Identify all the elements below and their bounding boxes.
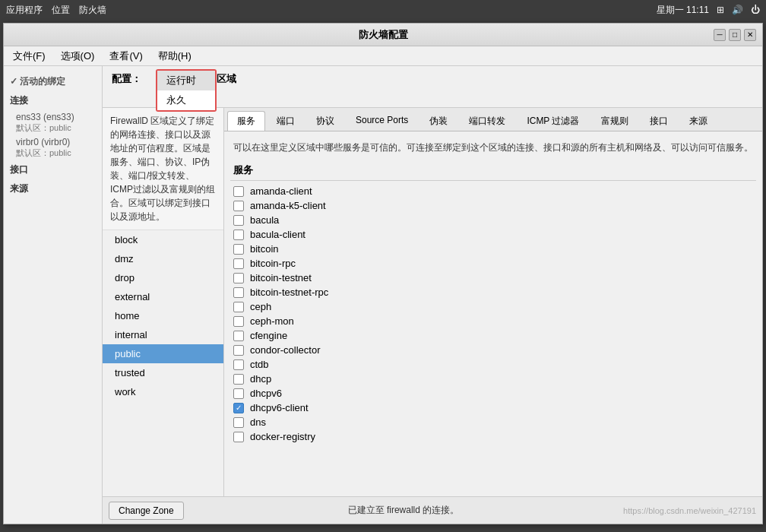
window-title: 防火墙配置 xyxy=(359,28,408,42)
service-checkbox-dns[interactable] xyxy=(233,417,244,428)
zone-description: FirewallD 区域定义了绑定的网络连接、接口以及源地址的可信程度。区域是服… xyxy=(103,108,223,230)
sidebar-connection-virbr0[interactable]: virbr0 (virbr0) 默认区：public xyxy=(4,135,102,160)
tab-services[interactable]: 服务 xyxy=(227,111,265,131)
service-checkbox-bitcoin-rpc[interactable] xyxy=(233,258,244,269)
menu-help[interactable]: 帮助(H) xyxy=(152,48,198,65)
tab-interfaces[interactable]: 接口 xyxy=(640,111,678,131)
active-binding-label[interactable]: ✓ 活动的绑定 xyxy=(4,72,102,91)
zone-external[interactable]: external xyxy=(103,287,223,306)
service-row-bacula-client: bacula-client xyxy=(230,227,756,242)
system-bar-right: 星期一 11:11 ⊞ 🔊 ⏻ xyxy=(657,4,760,17)
service-label-bacula: bacula xyxy=(250,214,279,226)
tab-masquerade[interactable]: 伪装 xyxy=(419,111,457,131)
tab-port-forward[interactable]: 端口转发 xyxy=(459,111,515,131)
service-label-dns: dns xyxy=(250,416,266,428)
service-label-docker-registry: docker-registry xyxy=(250,431,315,442)
service-row-dns: dns xyxy=(230,415,756,429)
zone-list-panel: FirewallD 区域定义了绑定的网络连接、接口以及源地址的可信程度。区域是服… xyxy=(103,108,224,496)
interface-label: 接口 xyxy=(4,160,102,179)
zone-internal[interactable]: internal xyxy=(103,325,223,344)
menu-options[interactable]: 选项(O) xyxy=(55,48,101,65)
service-checkbox-dhcpv6-client[interactable]: ✓ xyxy=(233,403,244,413)
service-checkbox-condor-collector[interactable] xyxy=(233,345,244,356)
service-row-ceph-mon: ceph-mon xyxy=(230,314,756,328)
service-row-dhcpv6-client: ✓ dhcpv6-client xyxy=(230,401,756,415)
zone-block[interactable]: block xyxy=(103,230,223,249)
services-header: 服务 xyxy=(230,160,756,181)
minimize-button[interactable]: ─ xyxy=(714,29,726,41)
position-menu[interactable]: 位置 xyxy=(52,4,70,17)
zone-drop[interactable]: drop xyxy=(103,268,223,287)
service-label-ceph: ceph xyxy=(250,301,271,312)
title-bar: 防火墙配置 ─ □ ✕ xyxy=(4,24,762,46)
zone-content: FirewallD 区域定义了绑定的网络连接、接口以及源地址的可信程度。区域是服… xyxy=(103,108,762,496)
service-checkbox-bitcoin-testnet[interactable] xyxy=(233,273,244,283)
service-row-ctdb: ctdb xyxy=(230,357,756,372)
zone-detail-panel: 服务 端口 协议 Source Ports 伪装 端口转发 ICMP 过滤器 富… xyxy=(224,108,762,496)
tab-protocol[interactable]: 协议 xyxy=(306,111,344,131)
tab-ports[interactable]: 端口 xyxy=(267,111,305,131)
service-row-bitcoin-testnet-rpc: bitcoin-testnet-rpc xyxy=(230,285,756,299)
change-zone-button[interactable]: Change Zone xyxy=(109,502,184,520)
zone-trusted[interactable]: trusted xyxy=(103,363,223,382)
sidebar-connection-ens33[interactable]: ens33 (ens33) 默认区：public xyxy=(4,110,102,135)
service-checkbox-bitcoin-testnet-rpc[interactable] xyxy=(233,287,244,298)
service-checkbox-amanda-client[interactable] xyxy=(233,186,244,197)
service-checkbox-bacula[interactable] xyxy=(233,215,244,226)
zone-home[interactable]: home xyxy=(103,306,223,325)
close-button[interactable]: ✕ xyxy=(744,29,756,41)
service-label-dhcp: dhcp xyxy=(250,373,271,385)
service-label-bitcoin-testnet: bitcoin-testnet xyxy=(250,272,312,283)
config-option-runtime[interactable]: 运行时 xyxy=(157,71,215,90)
service-row-bitcoin-rpc: bitcoin-rpc xyxy=(230,256,756,271)
system-bar: 应用程序 位置 防火墙 星期一 11:11 ⊞ 🔊 ⏻ xyxy=(0,0,766,20)
tab-source-ports[interactable]: Source Ports xyxy=(346,111,418,131)
service-label-amanda-client: amanda-client xyxy=(250,185,312,197)
service-checkbox-ceph-mon[interactable] xyxy=(233,316,244,327)
menu-bar: 文件(F) 选项(O) 查看(V) 帮助(H) xyxy=(4,46,762,66)
service-label-condor-collector: condor-collector xyxy=(250,344,321,356)
config-label: 配置： xyxy=(112,71,141,86)
tab-icmp-filter[interactable]: ICMP 过滤器 xyxy=(517,111,589,131)
zone-public[interactable]: public xyxy=(103,344,223,363)
main-window: 防火墙配置 ─ □ ✕ 文件(F) 选项(O) 查看(V) 帮助(H) ✓ 活动… xyxy=(3,23,763,524)
apps-menu[interactable]: 应用程序 xyxy=(6,4,43,17)
tab-sources[interactable]: 来源 xyxy=(679,111,717,131)
services-content: 可以在这里定义区域中哪些服务是可信的。可连接至绑定到这个区域的连接、接口和源的所… xyxy=(224,131,762,496)
service-checkbox-amanda-k5-client[interactable] xyxy=(233,201,244,211)
network-icon: ⊞ xyxy=(717,5,724,15)
power-icon[interactable]: ⏻ xyxy=(751,5,760,15)
service-label-amanda-k5-client: amanda-k5-client xyxy=(250,200,326,211)
config-dropdown[interactable]: 运行时 永久 xyxy=(156,69,217,112)
service-checkbox-bitcoin[interactable] xyxy=(233,244,244,255)
firewall-menu[interactable]: 防火墙 xyxy=(79,4,106,17)
service-checkbox-cfengine[interactable] xyxy=(233,331,244,341)
service-label-bitcoin: bitcoin xyxy=(250,243,279,255)
service-checkbox-ceph[interactable] xyxy=(233,302,244,312)
service-label-ctdb: ctdb xyxy=(250,359,269,370)
service-checkbox-docker-registry[interactable] xyxy=(233,432,244,442)
area-label: 区域 xyxy=(217,71,236,86)
service-checkbox-ctdb[interactable] xyxy=(233,359,244,370)
connection-group-title: 连接 xyxy=(4,91,102,110)
maximize-button[interactable]: □ xyxy=(729,29,741,41)
service-checkbox-dhcp[interactable] xyxy=(233,374,244,385)
service-label-dhcpv6: dhcpv6 xyxy=(250,388,282,399)
tab-rich-rules[interactable]: 富规则 xyxy=(591,111,638,131)
service-checkbox-dhcpv6[interactable] xyxy=(233,388,244,399)
service-row-amanda-k5-client: amanda-k5-client xyxy=(230,198,756,213)
status-text: 已建立至 firewalld 的连接。 xyxy=(348,504,460,517)
service-row-docker-registry: docker-registry xyxy=(230,429,756,444)
service-checkbox-bacula-client[interactable] xyxy=(233,230,244,240)
service-row-amanda-client: amanda-client xyxy=(230,184,756,198)
service-label-cfengine: cfengine xyxy=(250,330,287,341)
service-row-bitcoin-testnet: bitcoin-testnet xyxy=(230,271,756,285)
zone-work[interactable]: work xyxy=(103,382,223,401)
zone-dmz[interactable]: dmz xyxy=(103,249,223,268)
menu-file[interactable]: 文件(F) xyxy=(7,48,52,65)
volume-icon: 🔊 xyxy=(732,5,743,15)
config-option-permanent[interactable]: 永久 xyxy=(157,90,215,110)
menu-view[interactable]: 查看(V) xyxy=(103,48,148,65)
watermark: https://blog.csdn.me/weixin_427191 xyxy=(623,506,756,515)
tabs-bar: 服务 端口 协议 Source Ports 伪装 端口转发 ICMP 过滤器 富… xyxy=(224,108,762,131)
